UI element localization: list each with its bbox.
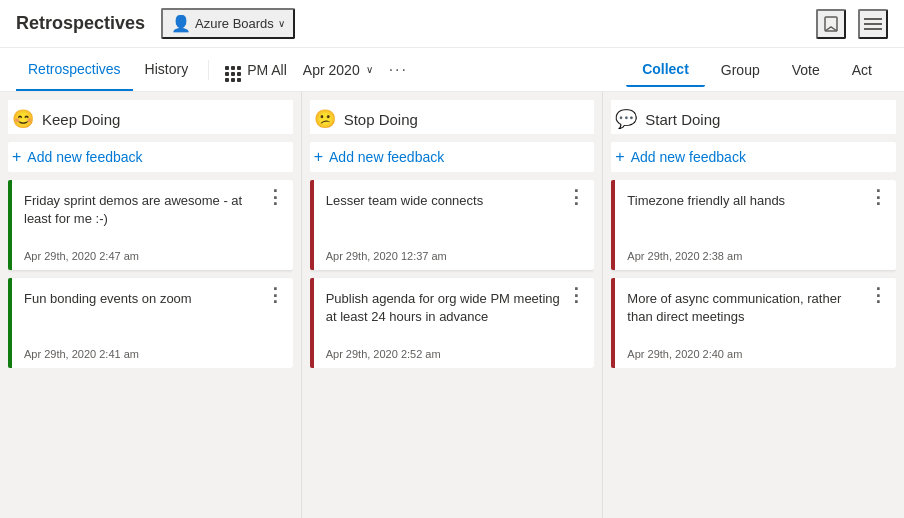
bookmark-icon: [822, 15, 840, 33]
card-date: Apr 29th, 2020 2:52 am: [326, 348, 583, 360]
hamburger-icon: [864, 15, 882, 33]
card-text: Timezone friendly all hands: [627, 192, 884, 238]
start-doing-icon: 💬: [615, 108, 637, 130]
main-content: 😊 Keep Doing + Add new feedback ⋮ Friday…: [0, 92, 904, 518]
stop-doing-icon: 😕: [314, 108, 336, 130]
svg-rect-1: [864, 18, 882, 20]
stop-doing-title: Stop Doing: [344, 111, 418, 128]
phase-tab-collect[interactable]: Collect: [626, 53, 705, 87]
column-stop-doing: 😕 Stop Doing + Add new feedback ⋮ Lesser…: [302, 92, 604, 518]
card-menu-button[interactable]: ⋮: [266, 286, 285, 304]
column-start-doing: 💬 Start Doing + Add new feedback ⋮ Timez…: [603, 92, 904, 518]
plus-icon: +: [615, 148, 624, 166]
card-menu-button[interactable]: ⋮: [567, 286, 586, 304]
card-menu-button[interactable]: ⋮: [266, 188, 285, 206]
cards-keep-doing: ⋮ Friday sprint demos are awesome - at l…: [8, 180, 293, 368]
card-date: Apr 29th, 2020 12:37 am: [326, 250, 583, 262]
top-bar-right: [816, 9, 888, 39]
add-feedback-stop-doing[interactable]: + Add new feedback: [310, 142, 595, 172]
phase-tab-group[interactable]: Group: [705, 54, 776, 86]
date-chevron-icon: ∨: [366, 64, 373, 75]
start-doing-title: Start Doing: [645, 111, 720, 128]
card-keep-doing-0: ⋮ Friday sprint demos are awesome - at l…: [8, 180, 293, 270]
cards-start-doing: ⋮ Timezone friendly all hands Apr 29th, …: [611, 180, 896, 368]
phase-tabs: Collect Group Vote Act: [626, 53, 888, 87]
person-icon: 👤: [171, 14, 191, 33]
column-header-keep-doing: 😊 Keep Doing: [8, 100, 293, 134]
card-keep-doing-1: ⋮ Fun bonding events on zoom Apr 29th, 2…: [8, 278, 293, 368]
phase-tab-vote[interactable]: Vote: [776, 54, 836, 86]
card-date: Apr 29th, 2020 2:47 am: [24, 250, 281, 262]
grid-icon: [225, 57, 241, 82]
add-feedback-start-doing[interactable]: + Add new feedback: [611, 142, 896, 172]
board-selector[interactable]: PM All: [217, 53, 295, 86]
board-label: PM All: [247, 62, 287, 78]
top-bar: Retrospectives 👤 Azure Boards ∨: [0, 0, 904, 48]
tab-retrospectives[interactable]: Retrospectives: [16, 48, 133, 91]
svg-rect-2: [864, 23, 882, 25]
phase-tab-act[interactable]: Act: [836, 54, 888, 86]
card-start-doing-0: ⋮ Timezone friendly all hands Apr 29th, …: [611, 180, 896, 270]
azure-boards-label: Azure Boards: [195, 16, 274, 31]
card-menu-button[interactable]: ⋮: [567, 188, 586, 206]
tab-history[interactable]: History: [133, 48, 201, 91]
card-text: More of async communication, rather than…: [627, 290, 884, 336]
column-header-stop-doing: 😕 Stop Doing: [310, 100, 595, 134]
top-bar-left: Retrospectives 👤 Azure Boards ∨: [16, 8, 295, 39]
svg-rect-3: [864, 28, 882, 30]
nav-bar: Retrospectives History PM All Apr 2020 ∨…: [0, 48, 904, 92]
add-feedback-label: Add new feedback: [329, 149, 444, 165]
card-date: Apr 29th, 2020 2:41 am: [24, 348, 281, 360]
add-feedback-keep-doing[interactable]: + Add new feedback: [8, 142, 293, 172]
cards-stop-doing: ⋮ Lesser team wide connects Apr 29th, 20…: [310, 180, 595, 368]
nav-divider: [208, 60, 209, 80]
card-text: Lesser team wide connects: [326, 192, 583, 238]
card-text: Fun bonding events on zoom: [24, 290, 281, 336]
app-title: Retrospectives: [16, 13, 145, 34]
card-text: Publish agenda for org wide PM meeting a…: [326, 290, 583, 336]
card-text: Friday sprint demos are awesome - at lea…: [24, 192, 281, 238]
bookmark-button[interactable]: [816, 9, 846, 39]
card-stop-doing-1: ⋮ Publish agenda for org wide PM meeting…: [310, 278, 595, 368]
card-date: Apr 29th, 2020 2:38 am: [627, 250, 884, 262]
azure-boards-button[interactable]: 👤 Azure Boards ∨: [161, 8, 295, 39]
card-menu-button[interactable]: ⋮: [869, 188, 888, 206]
plus-icon: +: [314, 148, 323, 166]
card-menu-button[interactable]: ⋮: [869, 286, 888, 304]
add-feedback-label: Add new feedback: [27, 149, 142, 165]
card-start-doing-1: ⋮ More of async communication, rather th…: [611, 278, 896, 368]
column-header-start-doing: 💬 Start Doing: [611, 100, 896, 134]
column-keep-doing: 😊 Keep Doing + Add new feedback ⋮ Friday…: [0, 92, 302, 518]
card-date: Apr 29th, 2020 2:40 am: [627, 348, 884, 360]
card-stop-doing-0: ⋮ Lesser team wide connects Apr 29th, 20…: [310, 180, 595, 270]
add-feedback-label: Add new feedback: [631, 149, 746, 165]
hamburger-button[interactable]: [858, 9, 888, 39]
keep-doing-title: Keep Doing: [42, 111, 120, 128]
plus-icon: +: [12, 148, 21, 166]
date-label: Apr 2020: [303, 62, 360, 78]
chevron-down-icon: ∨: [278, 18, 285, 29]
date-selector[interactable]: Apr 2020 ∨: [295, 58, 381, 82]
keep-doing-icon: 😊: [12, 108, 34, 130]
nav-more-button[interactable]: ···: [381, 57, 416, 83]
nav-left: Retrospectives History PM All Apr 2020 ∨…: [16, 48, 416, 91]
